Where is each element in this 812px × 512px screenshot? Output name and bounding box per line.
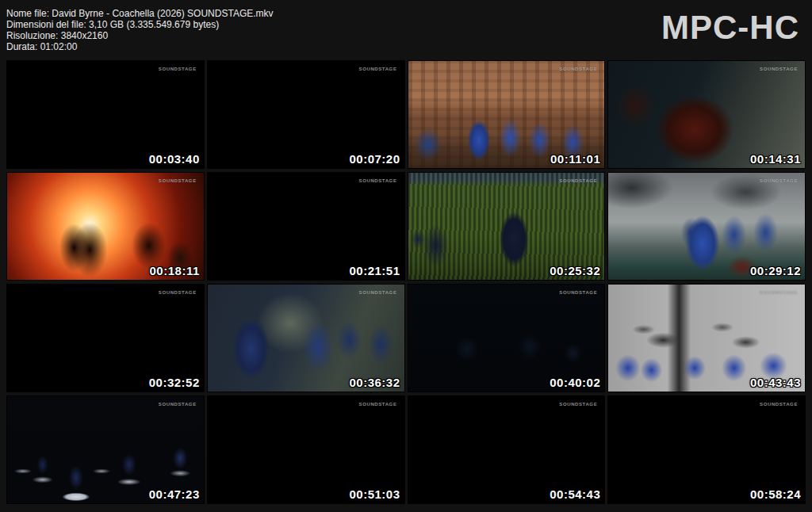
duration-line: Durata: 01:02:00 [6,41,274,52]
timestamp-label: 00:54:43 [550,487,600,501]
video-thumbnail: SOUNDSTAGE00:18:11 [6,172,205,281]
timestamp-label: 00:43:43 [750,376,801,389]
timestamp-label: 00:47:23 [149,487,200,501]
watermark-logo: SOUNDSTAGE [760,290,798,295]
video-thumbnail: SOUNDSTAGE00:07:20 [207,60,405,169]
timestamp-label: 00:29:12 [750,264,801,277]
video-thumbnail: SOUNDSTAGE00:58:24 [607,395,806,504]
watermark-logo: SOUNDSTAGE [559,178,597,183]
video-thumbnail: SOUNDSTAGE00:51:03 [207,395,405,504]
video-thumbnail: SOUNDSTAGE00:36:32 [207,284,405,392]
timestamp-label: 00:14:31 [750,152,801,166]
video-thumbnail: SOUNDSTAGE00:11:01 [408,60,606,169]
watermark-logo: SOUNDSTAGE [760,402,798,407]
timestamp-label: 00:51:03 [349,487,400,501]
file-size-line: Dimensioni del file: 3,10 GB (3.335.549.… [6,19,274,30]
video-thumbnail: SOUNDSTAGE00:29:12 [607,172,806,281]
video-thumbnail: SOUNDSTAGE00:54:43 [408,395,606,504]
timestamp-label: 00:11:01 [550,152,600,166]
timestamp-label: 00:03:40 [149,152,200,166]
video-thumbnail: SOUNDSTAGE00:32:52 [6,284,205,392]
video-thumbnail: SOUNDSTAGE00:03:40 [6,60,205,169]
timestamp-label: 00:18:11 [150,264,200,277]
video-thumbnail: SOUNDSTAGE00:43:43 [607,284,806,392]
timestamp-label: 00:36:32 [349,376,400,389]
timestamp-label: 00:32:52 [149,376,200,389]
video-thumbnail: SOUNDSTAGE00:21:51 [207,172,405,281]
mpc-hc-thumbnail-sheet: Nome file: David Byrne - Coachella (2026… [0,0,812,512]
watermark-logo: SOUNDSTAGE [760,178,798,183]
watermark-logo: SOUNDSTAGE [559,67,597,71]
watermark-logo: SOUNDSTAGE [159,402,197,407]
timestamp-label: 00:40:02 [550,376,600,389]
resolution-line: Risoluzione: 3840x2160 [6,30,274,41]
watermark-logo: SOUNDSTAGE [760,67,798,71]
mpc-hc-logo: MPC-HC [661,10,799,46]
watermark-logo: SOUNDSTAGE [359,290,397,295]
timestamp-label: 00:07:20 [349,152,400,166]
video-thumbnail: SOUNDSTAGE00:47:23 [6,395,205,504]
file-info-header: Nome file: David Byrne - Coachella (2026… [0,0,812,59]
video-thumbnail: SOUNDSTAGE00:25:32 [408,172,606,281]
watermark-logo: SOUNDSTAGE [159,290,197,295]
timestamp-label: 00:58:24 [750,487,801,501]
watermark-logo: SOUNDSTAGE [559,402,597,407]
timestamp-label: 00:21:51 [349,264,400,277]
watermark-logo: SOUNDSTAGE [559,290,597,295]
timestamp-label: 00:25:32 [550,264,600,277]
watermark-logo: SOUNDSTAGE [359,67,397,71]
thumbnail-grid: SOUNDSTAGE00:03:40SOUNDSTAGE00:07:20SOUN… [6,60,806,504]
video-thumbnail: SOUNDSTAGE00:40:02 [408,284,606,392]
watermark-logo: SOUNDSTAGE [159,178,197,183]
file-info-block: Nome file: David Byrne - Coachella (2026… [6,8,274,52]
video-thumbnail: SOUNDSTAGE00:14:31 [607,60,806,169]
watermark-logo: SOUNDSTAGE [159,67,197,71]
file-name-line: Nome file: David Byrne - Coachella (2026… [6,8,274,19]
watermark-logo: SOUNDSTAGE [359,402,397,407]
watermark-logo: SOUNDSTAGE [359,178,397,183]
